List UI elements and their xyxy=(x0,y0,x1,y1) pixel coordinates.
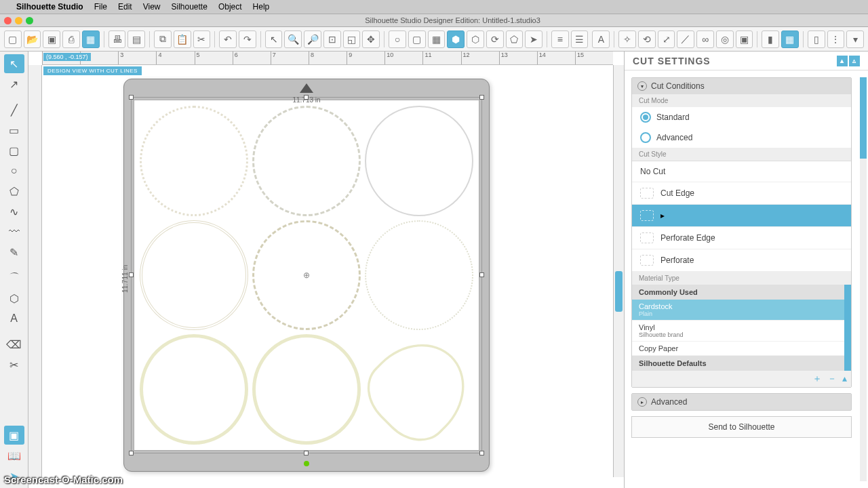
panel-close-icon[interactable]: ▵ xyxy=(849,56,860,66)
canvas-area[interactable]: (9.560 , -0.157) 123456789101112131415 D… xyxy=(28,52,624,488)
scroll-thumb[interactable] xyxy=(615,271,623,312)
resize-handle[interactable] xyxy=(129,272,134,277)
close-icon[interactable] xyxy=(4,17,12,24)
shape-rotate-icon[interactable]: ⟳ xyxy=(486,30,504,48)
text-tool-icon[interactable]: A xyxy=(4,309,24,328)
remove-material-icon[interactable]: － xyxy=(827,373,837,385)
menu-view[interactable]: View xyxy=(143,2,161,12)
design-objects[interactable] xyxy=(140,106,473,445)
pencil-icon[interactable]: ✎ xyxy=(4,243,24,262)
select-tool-icon[interactable]: ↖ xyxy=(4,54,24,73)
material-scroll-up-icon[interactable]: ▴ xyxy=(842,373,847,385)
menu-silhouette[interactable]: Silhouette xyxy=(172,2,208,12)
menu-file[interactable]: File xyxy=(94,2,107,12)
more-icon[interactable]: ⋮ xyxy=(827,30,845,48)
resize-handle[interactable] xyxy=(479,272,484,277)
design-page[interactable]: 11.713 in 11.711 in ⊕ xyxy=(134,100,479,451)
cut-style-no-cut[interactable]: No Cut xyxy=(632,161,851,182)
cut-style-cut-edge[interactable]: Cut Edge xyxy=(632,182,851,205)
fill-icon[interactable]: ▮ xyxy=(762,30,779,48)
freehand-icon[interactable]: 〰 xyxy=(4,222,24,241)
ellipse-tool-icon[interactable]: ○ xyxy=(4,161,24,180)
shape-arrow-icon[interactable]: ➤ xyxy=(525,30,542,48)
print-border-icon[interactable]: ▤ xyxy=(127,30,145,48)
radio-icon[interactable] xyxy=(640,132,651,143)
scale-icon[interactable]: ⤢ xyxy=(658,30,675,48)
paste-icon[interactable]: 📋 xyxy=(174,30,191,48)
open-file-icon[interactable]: 📂 xyxy=(24,30,41,48)
zoom-select-icon[interactable]: ⊡ xyxy=(323,30,341,48)
text-icon[interactable]: A xyxy=(592,30,610,48)
polygon-tool-icon[interactable]: ⬠ xyxy=(4,182,24,201)
wreath-shape[interactable] xyxy=(140,334,248,445)
select-icon[interactable]: ↖ xyxy=(265,30,283,48)
radio-checked-icon[interactable] xyxy=(640,112,651,123)
curve-tool-icon[interactable]: ∿ xyxy=(4,202,24,221)
pan-icon[interactable]: ✥ xyxy=(362,30,380,48)
menu-app[interactable]: Silhouette Studio xyxy=(16,2,83,12)
cut-style-perforate-edge[interactable]: Perforate Edge xyxy=(632,227,851,249)
distribute-icon[interactable]: ☰ xyxy=(571,30,589,48)
resize-handle[interactable] xyxy=(129,95,134,100)
cut-mode-standard[interactable]: Standard xyxy=(632,107,851,127)
shape-circle-icon[interactable]: ○ xyxy=(389,30,406,48)
material-scrollbar[interactable] xyxy=(844,285,851,371)
save-as-icon[interactable]: ⎙ xyxy=(62,30,80,48)
line-tool-icon[interactable]: ╱ xyxy=(4,100,24,119)
cut-icon[interactable]: ✂ xyxy=(193,30,211,48)
resize-handle[interactable] xyxy=(304,451,309,455)
cut-style-perforate[interactable]: Perforate xyxy=(632,249,851,272)
page-settings-icon[interactable]: ▦ xyxy=(82,30,100,48)
save-icon[interactable]: ▣ xyxy=(43,30,60,48)
rounded-rect-icon[interactable]: ▢ xyxy=(4,141,24,160)
shape-polygon-icon[interactable]: ⬢ xyxy=(447,30,465,48)
section-header[interactable]: ▾ Cut Conditions xyxy=(632,78,851,94)
zoom-out-icon[interactable]: 🔎 xyxy=(304,30,321,48)
wreath-shape[interactable] xyxy=(140,106,248,216)
dropdown-icon[interactable]: ▾ xyxy=(846,30,864,48)
material-list[interactable]: Commonly Used Cardstock Plain Vinyl Silh… xyxy=(632,285,851,371)
regular-poly-icon[interactable]: ⬡ xyxy=(4,289,24,308)
resize-handle[interactable] xyxy=(129,451,134,455)
arc-tool-icon[interactable]: ⌒ xyxy=(4,268,24,287)
add-material-icon[interactable]: ＋ xyxy=(812,373,822,385)
shape-grid-icon[interactable]: ▦ xyxy=(428,30,446,48)
store-icon[interactable]: 📖 xyxy=(4,446,24,465)
send-to-silhouette-button[interactable]: Send to Silhouette xyxy=(631,416,852,438)
offset-icon[interactable]: ◎ xyxy=(716,30,734,48)
canvas-content[interactable]: 11.713 in 11.711 in ⊕ xyxy=(123,79,490,472)
copy-icon[interactable]: ⧉ xyxy=(154,30,172,48)
shape-square-icon[interactable]: ▢ xyxy=(408,30,426,48)
cut-style-cut[interactable]: ▸ xyxy=(632,205,851,227)
panel-collapse-icon[interactable]: ▴ xyxy=(837,56,848,66)
wreath-shape[interactable] xyxy=(252,220,361,331)
chevron-down-icon[interactable]: ▾ xyxy=(637,81,647,91)
rotate-tool-icon[interactable]: ⟲ xyxy=(638,30,656,48)
wreath-shape[interactable] xyxy=(252,334,361,445)
knife-tool-icon[interactable]: ✂ xyxy=(4,355,24,374)
rotate-handle[interactable] xyxy=(304,461,309,466)
shape-hex-icon[interactable]: ⬡ xyxy=(467,30,484,48)
zoom-in-icon[interactable]: 🔍 xyxy=(284,30,302,48)
library-icon[interactable]: ▣ xyxy=(4,426,24,445)
scrollbar-right[interactable] xyxy=(613,65,624,477)
scroll-thumb[interactable] xyxy=(860,77,867,159)
wreath-shape[interactable] xyxy=(140,220,248,331)
zoom-fit-icon[interactable]: ◱ xyxy=(343,30,361,48)
eraser-icon[interactable]: ⌫ xyxy=(4,335,24,354)
wreath-shape[interactable] xyxy=(365,220,473,331)
material-copy-paper[interactable]: Copy Paper xyxy=(632,342,851,356)
knife-icon[interactable]: ／ xyxy=(677,30,694,48)
menu-object[interactable]: Object xyxy=(218,2,242,12)
wreath-shape[interactable] xyxy=(365,106,473,216)
page-icon[interactable]: ▯ xyxy=(808,30,825,48)
minimize-icon[interactable] xyxy=(15,17,22,24)
shape-star-icon[interactable]: ⬠ xyxy=(506,30,524,48)
print-icon[interactable]: 🖶 xyxy=(108,30,126,48)
rect-tool-icon[interactable]: ▭ xyxy=(4,121,24,140)
material-vinyl[interactable]: Vinyl Silhouette brand xyxy=(632,321,851,342)
design-view-button[interactable]: DESIGN VIEW WITH CUT LINES xyxy=(43,66,142,75)
heart-shape[interactable] xyxy=(353,324,485,455)
panel-scrollbar[interactable] xyxy=(860,77,867,481)
section-header[interactable]: ▸ Advanced xyxy=(632,394,851,410)
